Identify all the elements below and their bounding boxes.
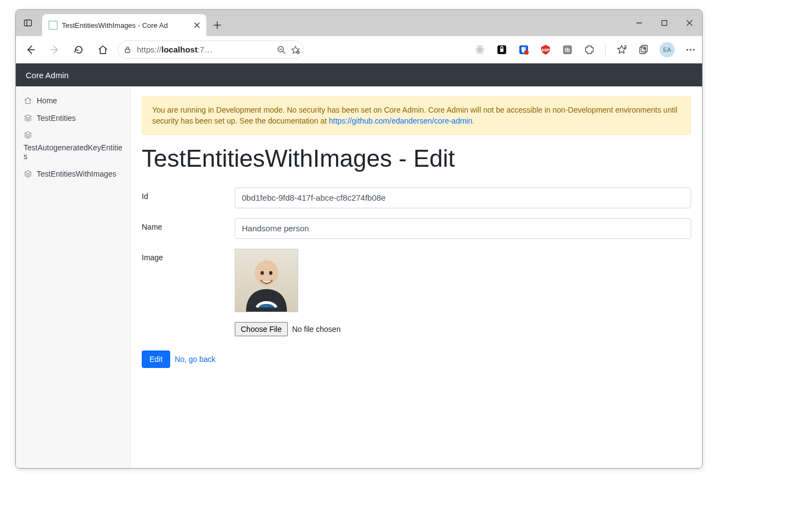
- svg-rect-4: [125, 49, 130, 52]
- svg-line-6: [283, 51, 285, 54]
- svg-point-16: [524, 50, 529, 55]
- alert-text-suffix: .: [472, 116, 474, 125]
- submit-button[interactable]: Edit: [142, 350, 170, 368]
- nav-refresh-button[interactable]: [69, 40, 88, 59]
- form-row-id: Id: [142, 188, 691, 208]
- browser-tab-active[interactable]: TestEntitiesWithImages - Core Ad: [42, 14, 206, 36]
- name-input[interactable]: [235, 218, 691, 239]
- tab-title: TestEntitiesWithImages - Core Ad: [62, 21, 189, 30]
- svg-text:ABP: ABP: [542, 48, 550, 52]
- sidebar-item-testautogeneratedkeyentities[interactable]: TestAutogeneratedKeyEntities: [16, 127, 130, 165]
- sidebar: Home TestEntities TestAutogeneratedKeyEn…: [16, 86, 131, 468]
- extension-adblock-icon[interactable]: ABP: [540, 44, 552, 56]
- tab-actions-button[interactable]: [16, 10, 40, 36]
- browser-toolbar: https://localhost:7… ABP tb EA: [16, 36, 702, 63]
- choose-file-button[interactable]: Choose File: [235, 322, 288, 336]
- tab-close-button[interactable]: [193, 21, 201, 29]
- sidebar-item-testentitieswithimages[interactable]: TestEntitiesWithImages: [16, 165, 130, 183]
- svg-rect-22: [640, 47, 646, 54]
- sidebar-item-label: Home: [37, 96, 57, 105]
- extension-security-icon[interactable]: [496, 44, 508, 56]
- app-body: Home TestEntities TestAutogeneratedKeyEn…: [16, 86, 702, 468]
- favorite-star-icon[interactable]: [291, 45, 300, 54]
- favorites-bar-icon[interactable]: [616, 44, 628, 56]
- app-brand[interactable]: Core Admin: [26, 71, 68, 80]
- image-thumbnail: [235, 249, 298, 312]
- svg-text:tb: tb: [565, 47, 570, 53]
- person-placeholder-icon: [235, 249, 298, 312]
- extension-react-devtools-icon[interactable]: [474, 44, 486, 56]
- dev-mode-alert: You are running in Development mode. No …: [142, 96, 691, 135]
- sidebar-item-home[interactable]: Home: [16, 92, 130, 109]
- form-actions: Edit No, go back: [142, 350, 691, 368]
- layers-icon: [24, 114, 32, 122]
- address-bar[interactable]: https://localhost:7…: [118, 40, 304, 59]
- svg-rect-0: [25, 20, 32, 26]
- sidebar-item-testentities[interactable]: TestEntities: [16, 109, 130, 127]
- layers-icon: [24, 131, 32, 139]
- form-row-image: Image: [142, 249, 691, 336]
- sidebar-item-label: TestEntities: [37, 114, 76, 122]
- sidebar-item-label: TestEntitiesWithImages: [37, 169, 117, 178]
- svg-point-29: [260, 271, 264, 274]
- layers-icon: [24, 170, 32, 178]
- toolbar-right-icons: ABP tb EA: [474, 42, 697, 57]
- form-row-name: Name: [142, 218, 691, 239]
- window-close-button[interactable]: [677, 10, 702, 36]
- collections-icon[interactable]: [638, 44, 650, 56]
- browser-tabstrip: TestEntitiesWithImages - Core Ad: [16, 10, 702, 36]
- extensions-menu-icon[interactable]: [583, 44, 595, 56]
- new-tab-button[interactable]: [206, 14, 228, 36]
- page-title: TestEntitiesWithImages - Edit: [142, 145, 691, 172]
- settings-menu-icon[interactable]: [685, 44, 697, 56]
- main-content: You are running in Development mode. No …: [131, 86, 702, 468]
- sidebar-item-label: TestAutogeneratedKeyEntities: [24, 143, 123, 161]
- window-maximize-button[interactable]: [652, 10, 677, 36]
- toolbar-separator: [605, 44, 606, 55]
- svg-rect-3: [662, 21, 667, 26]
- extension-toolbox-icon[interactable]: tb: [561, 44, 573, 56]
- id-label: Id: [142, 188, 235, 201]
- nav-home-button[interactable]: [94, 40, 112, 59]
- cancel-link[interactable]: No, go back: [175, 355, 216, 364]
- nav-forward-button: [45, 40, 64, 59]
- svg-point-30: [269, 271, 273, 274]
- home-icon: [24, 97, 32, 104]
- nav-back-button[interactable]: [21, 40, 40, 59]
- window-controls: [627, 10, 702, 36]
- svg-rect-14: [500, 49, 503, 52]
- tab-favicon-icon: [49, 21, 57, 30]
- id-input[interactable]: [235, 188, 691, 208]
- window-minimize-button[interactable]: [627, 10, 652, 36]
- browser-window: TestEntitiesWithImages - Core Ad: [15, 9, 703, 469]
- svg-point-26: [693, 49, 694, 50]
- alert-docs-link[interactable]: https://github.com/edandersen/core-admin: [329, 116, 472, 125]
- profile-avatar[interactable]: EA: [659, 42, 675, 57]
- image-label: Image: [142, 249, 235, 262]
- site-security-icon[interactable]: [124, 46, 131, 54]
- file-status-text: No file chosen: [292, 325, 341, 334]
- svg-point-24: [686, 49, 688, 50]
- name-label: Name: [142, 218, 235, 231]
- extension-bitwarden-icon[interactable]: [518, 44, 530, 56]
- file-input-row: Choose File No file chosen: [235, 322, 691, 336]
- app-viewport: Core Admin Home TestEntities TestAutogen…: [16, 63, 702, 468]
- app-topbar: Core Admin: [16, 63, 702, 86]
- zoom-indicator-icon[interactable]: [277, 45, 286, 54]
- svg-point-25: [690, 49, 691, 50]
- address-url: https://localhost:7…: [137, 45, 271, 54]
- svg-point-9: [479, 49, 481, 51]
